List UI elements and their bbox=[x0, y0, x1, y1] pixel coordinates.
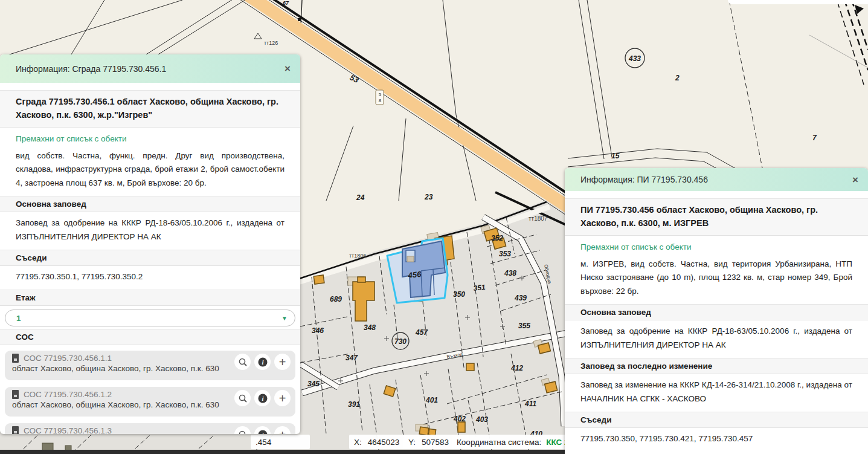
map-label: 403 bbox=[475, 415, 488, 424]
map-label: 401 bbox=[425, 396, 438, 404]
building-object-title: Сграда 77195.730.456.1 област Хасково, о… bbox=[0, 90, 300, 128]
info-icon[interactable]: i bbox=[254, 426, 271, 434]
y-value: 507583 bbox=[422, 438, 449, 447]
sos-list: СОС 77195.730.456.1.1 област Хасково, об… bbox=[0, 351, 300, 434]
remove-from-list-link[interactable]: Премахни от списък с обекти bbox=[0, 128, 300, 145]
zoom-to-icon[interactable] bbox=[234, 426, 251, 434]
map-label: 439 bbox=[514, 294, 527, 302]
neighbours-text: 77195.730.350.1, 77195.730.350.2 bbox=[0, 266, 300, 290]
map-label: 353 bbox=[499, 250, 511, 258]
x-label: X: bbox=[354, 438, 362, 447]
close-icon[interactable]: × bbox=[852, 175, 858, 185]
map-label: 457 bbox=[415, 328, 428, 337]
section-neighbours: Съседи bbox=[0, 250, 300, 266]
parcel-panel-header: Информация: ПИ 77195.730.456 × bbox=[565, 168, 868, 191]
status-scale-chip: .454 bbox=[251, 435, 310, 449]
map-label: 402 bbox=[453, 415, 466, 423]
x-value: 4645023 bbox=[368, 438, 400, 447]
map-label: 348 bbox=[364, 323, 376, 332]
map-label: 347 bbox=[346, 354, 358, 362]
building-info-panel: Информация: Сграда 77195.730.456.1 × Сгр… bbox=[0, 54, 300, 434]
remove-from-list-link[interactable]: Премахни от списък с обекти bbox=[565, 236, 868, 253]
add-icon[interactable]: + bbox=[274, 426, 291, 434]
sos-list-item[interactable]: СОС 77195.730.456.1.1 област Хасково, об… bbox=[5, 351, 295, 380]
sos-item-title: СОС 77195.730.456.1.1 bbox=[24, 354, 112, 363]
crs-label: Координатна система: bbox=[457, 438, 541, 447]
sos-item-title: СОС 77195.730.456.1.2 bbox=[24, 390, 112, 399]
floor-select[interactable]: 1 ▼ bbox=[5, 310, 295, 326]
map-label: 438 bbox=[504, 269, 516, 277]
map-label: 8 bbox=[379, 98, 382, 103]
map-label: 355 bbox=[518, 322, 530, 330]
map-label: 351 bbox=[473, 283, 486, 293]
chevron-down-icon: ▼ bbox=[281, 315, 288, 322]
map-label: 352 bbox=[491, 234, 503, 242]
map-label: 433 bbox=[628, 54, 641, 63]
info-icon[interactable]: i bbox=[254, 390, 271, 406]
building-description: вид собств. Частна, функц. предн. Друг в… bbox=[0, 145, 300, 196]
sos-list-item[interactable]: СОС 77195.730.456.1.3 област Хасково, об… bbox=[5, 423, 295, 434]
section-last-change: Заповед за последно изменение bbox=[565, 358, 868, 374]
section-floor: Етаж bbox=[0, 290, 300, 306]
sos-list-item[interactable]: СОС 77195.730.456.1.2 област Хасково, об… bbox=[5, 387, 295, 417]
map-label: 5 bbox=[379, 92, 382, 97]
y-label: Y: bbox=[408, 438, 416, 447]
zoom-to-icon[interactable] bbox=[234, 390, 251, 406]
last-change-text: Заповед за изменение на КККР КД-14-26-31… bbox=[565, 374, 868, 412]
zoom-to-icon[interactable] bbox=[234, 354, 251, 370]
close-icon[interactable]: × bbox=[285, 63, 291, 74]
building-icon bbox=[12, 390, 19, 399]
parcel-description: м. ИЗГРЕВ, вид собств. Частна, вид терит… bbox=[565, 253, 868, 305]
parcel-info-panel: Информация: ПИ 77195.730.456 × ПИ 77195.… bbox=[565, 168, 868, 454]
map-label: 2 bbox=[675, 74, 680, 82]
map-label: 391 bbox=[348, 400, 360, 409]
map-label: 346 bbox=[312, 326, 324, 335]
parcel-panel-title: Информация: ПИ 77195.730.456 bbox=[580, 175, 708, 184]
map-label: 67 bbox=[283, 0, 289, 6]
floor-selected-value: 1 bbox=[16, 314, 21, 323]
status-crs-chip: Координатна система: ККС 2005 bbox=[452, 435, 573, 449]
status-clipped-value: .454 bbox=[256, 438, 271, 447]
map-label: 345 bbox=[307, 380, 320, 388]
parcel-object-title: ПИ 77195.730.456 област Хасково, община … bbox=[565, 198, 868, 236]
info-icon[interactable]: i bbox=[254, 354, 271, 370]
neighbours-text: 77195.730.350, 77195.730.421, 77195.730.… bbox=[565, 428, 868, 452]
building-annex bbox=[407, 256, 414, 262]
map-label: тт1807 bbox=[529, 215, 548, 222]
section-main-order: Основна заповед bbox=[565, 304, 868, 320]
add-icon[interactable]: + bbox=[274, 390, 291, 406]
section-main-order: Основна заповед bbox=[0, 196, 300, 212]
map-label: 730 bbox=[394, 337, 407, 346]
map-label: 350 bbox=[453, 290, 465, 299]
map-label: тт126 bbox=[264, 40, 278, 46]
building-icon bbox=[12, 426, 19, 434]
section-neighbours: Съседи bbox=[565, 412, 868, 428]
map-label: 15 bbox=[611, 152, 620, 160]
map-label: 456 bbox=[407, 270, 422, 280]
sos-item-title: СОС 77195.730.456.1.3 bbox=[24, 426, 112, 434]
top-right-sliver bbox=[728, 0, 868, 4]
map-label: 411 bbox=[524, 400, 536, 408]
building-panel-title: Информация: Сграда 77195.730.456.1 bbox=[16, 64, 166, 74]
main-order-text: Заповед за одобрение на КККР РД-18-63/05… bbox=[565, 320, 868, 358]
map-label: 23 bbox=[424, 193, 433, 201]
map-label: тт1806 bbox=[349, 253, 366, 259]
main-order-text: Заповед за одобрение на КККР РД-18-63/05… bbox=[0, 212, 300, 250]
building-panel-header: Информация: Сграда 77195.730.456.1 × bbox=[0, 54, 300, 83]
map-label: 24 bbox=[356, 193, 365, 202]
add-icon[interactable]: + bbox=[274, 354, 291, 370]
map-label: 689 bbox=[330, 295, 342, 303]
section-sos: СОС bbox=[0, 329, 300, 345]
building-icon bbox=[12, 354, 19, 363]
map-label: 412 bbox=[510, 364, 523, 372]
